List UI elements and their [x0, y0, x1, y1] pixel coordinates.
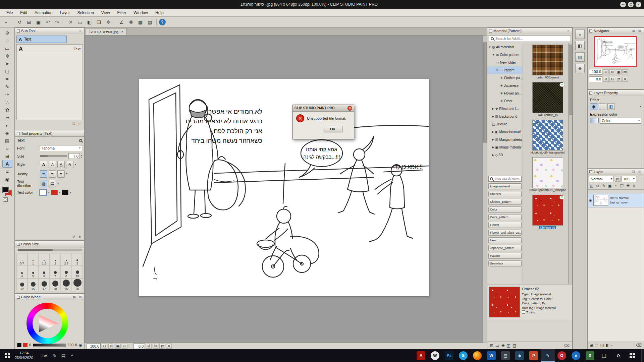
- brush-size-option[interactable]: 10: [72, 266, 83, 279]
- black-color-swatch[interactable]: [62, 190, 68, 195]
- collapsed-arrow-icon[interactable]: [492, 115, 494, 118]
- taskbar-app-acrobat[interactable]: A: [414, 349, 428, 362]
- create-mask-icon[interactable]: [611, 343, 612, 347]
- menu-view[interactable]: View: [98, 9, 114, 16]
- action-center-icon[interactable]: [5, 353, 10, 358]
- layer-row[interactable]: 100 % Normal סיפור קורונה1=: [588, 193, 644, 207]
- menu-filter[interactable]: Filter: [114, 9, 130, 16]
- brush-size-option[interactable]: 20: [50, 279, 61, 291]
- language-indicator[interactable]: עבר: [37, 354, 50, 358]
- align-left-button[interactable]: [40, 170, 47, 178]
- tree-item-clothes-pattern[interactable]: Clothes pa...: [487, 74, 523, 82]
- tree-item-effect[interactable]: Effect and f...: [487, 105, 523, 113]
- foreground-swatch[interactable]: [17, 343, 21, 347]
- undo-icon[interactable]: [44, 18, 52, 26]
- collapsed-arrow-icon[interactable]: [492, 154, 494, 157]
- color-set-tab-icon[interactable]: [78, 295, 83, 299]
- red-color-swatch[interactable]: [51, 190, 58, 195]
- delete-icon[interactable]: [66, 18, 75, 26]
- taskbar-app-opera[interactable]: O: [555, 349, 569, 362]
- brush-size-option[interactable]: 30: [72, 279, 83, 291]
- fill-tool[interactable]: [2, 129, 12, 137]
- delete-material-icon[interactable]: [564, 344, 570, 348]
- blend-tool[interactable]: [2, 121, 12, 129]
- dialog-title-bar[interactable]: CLIP STUDIO PAINT PRO: [293, 105, 354, 112]
- new-window-icon[interactable]: [490, 344, 493, 348]
- material-scrollbar[interactable]: [568, 43, 572, 284]
- toning-checkbox[interactable]: [522, 310, 525, 314]
- frame-border-tool[interactable]: [2, 152, 12, 160]
- brush-size-option[interactable]: 5: [28, 266, 39, 279]
- taskbar-app-excel[interactable]: X: [583, 349, 597, 362]
- material-search-input[interactable]: [495, 37, 569, 41]
- operation-tool[interactable]: [2, 60, 12, 67]
- expand-arrow-icon[interactable]: [492, 54, 495, 56]
- drawing-canvas[interactable]: [139, 79, 429, 296]
- balloon-tool[interactable]: [2, 67, 12, 75]
- italic-style-button[interactable]: A: [49, 161, 56, 168]
- collapse-panel-icon[interactable]: [566, 28, 571, 33]
- taskbar-app-wikipedia[interactable]: W: [428, 349, 442, 362]
- tag-seamless[interactable]: Seamless: [488, 260, 522, 266]
- subtool-item-text[interactable]: A Text: [17, 45, 83, 53]
- reset-settings-icon[interactable]: [71, 234, 76, 239]
- navigator-header[interactable]: Navigator: [588, 28, 644, 34]
- collapse-left-icon[interactable]: [2, 18, 10, 26]
- document-tab[interactable]: סיפור קורונה1=.jpg: [86, 28, 127, 35]
- snap-grid-icon[interactable]: [136, 18, 145, 26]
- lasso-tool[interactable]: [2, 37, 12, 44]
- tree-item-image-material[interactable]: Image material: [487, 143, 523, 151]
- align-center-button[interactable]: [49, 170, 56, 178]
- marquee-tool[interactable]: [2, 44, 12, 52]
- lock-transparent-icon[interactable]: [601, 183, 606, 188]
- lock-layer-icon[interactable]: [595, 183, 600, 188]
- brush-tool[interactable]: [2, 90, 12, 98]
- color-sliders-tab-icon[interactable]: [72, 295, 76, 299]
- tag-japanese-pattern[interactable]: Japanese_pattern: [488, 245, 522, 251]
- taskbar-app-skype[interactable]: S: [456, 349, 470, 362]
- navigator-zoom-value[interactable]: 100.0: [589, 69, 602, 75]
- brush-size-option[interactable]: 2.5: [61, 253, 72, 266]
- brush-size-option[interactable]: 0.7: [16, 253, 28, 266]
- start-button[interactable]: [625, 349, 639, 362]
- taskbar-app-edge[interactable]: e: [569, 349, 583, 362]
- tree-item-japanese[interactable]: Japanese: [487, 82, 523, 89]
- tag-color[interactable]: Color: [488, 206, 522, 213]
- ruler-tool[interactable]: [2, 168, 12, 175]
- brush-size-option[interactable]: 2: [50, 253, 61, 266]
- brush-size-option[interactable]: 7: [50, 266, 61, 279]
- bold-style-button[interactable]: A: [40, 161, 47, 168]
- fit-to-screen-icon[interactable]: [115, 344, 121, 349]
- rotate-canvas-icon[interactable]: [15, 18, 24, 26]
- menu-selection[interactable]: Selection: [73, 9, 97, 16]
- new-folder-icon[interactable]: [495, 344, 499, 348]
- navigator-rotate-value[interactable]: 0.0: [589, 76, 602, 82]
- delete-layer-icon[interactable]: [636, 343, 642, 347]
- collapsed-tab-item-bank-icon[interactable]: [575, 64, 585, 73]
- reset-view-icon[interactable]: [166, 344, 172, 349]
- tag-search-input[interactable]: [494, 177, 520, 180]
- light-table-icon[interactable]: [146, 18, 154, 26]
- selection-border-icon[interactable]: [95, 18, 103, 26]
- gradient-tool[interactable]: [2, 137, 12, 144]
- brush-size-option[interactable]: 17: [39, 279, 50, 291]
- eyedropper-tool[interactable]: [2, 175, 12, 183]
- taskbar-app-word[interactable]: W: [484, 349, 498, 362]
- zoom-in-icon[interactable]: [609, 69, 615, 74]
- transparent-color-swatch[interactable]: [3, 197, 8, 202]
- paste-material-icon[interactable]: [513, 344, 516, 348]
- canvas-vertical-scrollbar[interactable]: [483, 36, 487, 343]
- taskbar-app-file-explorer[interactable]: ▤: [498, 349, 513, 362]
- delete-layer-icon[interactable]: [631, 183, 637, 188]
- white-color-swatch[interactable]: [40, 190, 47, 195]
- tag-pattern[interactable]: Pattern: [488, 253, 522, 259]
- layer-visibility-eye-icon[interactable]: [589, 199, 592, 202]
- actual-pixels-icon[interactable]: [622, 69, 628, 74]
- navigator-tab-icon[interactable]: [631, 28, 636, 33]
- color-wheel-header[interactable]: Color Wheel: [15, 294, 84, 300]
- collapse-panel-icon[interactable]: [78, 28, 83, 33]
- collapsed-arrow-icon[interactable]: [492, 131, 494, 133]
- value-slider[interactable]: [33, 344, 66, 347]
- ruler-visibility-icon[interactable]: [619, 183, 625, 188]
- underline-style-button[interactable]: A: [57, 161, 65, 168]
